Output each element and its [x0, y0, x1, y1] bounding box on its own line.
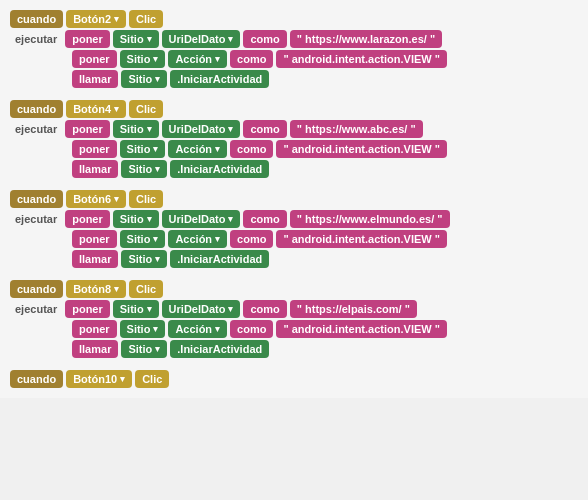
como-block-1b: como [230, 50, 273, 68]
boton4-block[interactable]: Botón4 [66, 100, 126, 118]
ejecutar-label-1: ejecutar [10, 30, 62, 48]
sitio-block-3b[interactable]: Sitio [120, 230, 166, 248]
boton10-block[interactable]: Botón10 [66, 370, 132, 388]
sitio-llamar-2[interactable]: Sitio [121, 160, 167, 178]
block-group-4: cuando Botón8 Clic ejecutar poner Sitio … [10, 280, 578, 358]
iniciar-block-1[interactable]: .IniciarActividad [170, 70, 269, 88]
action-string-2b[interactable]: " android.intent.action.VIEW " [276, 140, 447, 158]
llamar-row-3: llamar Sitio .IniciarActividad [72, 250, 578, 268]
poner-block-1b[interactable]: poner [72, 50, 117, 68]
iniciar-block-4[interactable]: .IniciarActividad [170, 340, 269, 358]
uridato-block-4a[interactable]: UriDelDato [162, 300, 241, 318]
poner-row-2b: poner Sitio Acción como " android.intent… [72, 140, 578, 158]
clic-block-5[interactable]: Clic [135, 370, 169, 388]
cuando-keyword-3[interactable]: cuando [10, 190, 63, 208]
accion-block-1b[interactable]: Acción [168, 50, 227, 68]
como-block-1a: como [243, 30, 286, 48]
poner-block-3a[interactable]: poner [65, 210, 110, 228]
llamar-row-4: llamar Sitio .IniciarActividad [72, 340, 578, 358]
ejecutar-row-1: ejecutar poner Sitio UriDelDato como " h… [10, 30, 578, 48]
uridato-block-3a[interactable]: UriDelDato [162, 210, 241, 228]
poner-row-1b: poner Sitio Acción como " android.intent… [72, 50, 578, 68]
cuando-keyword-1[interactable]: cuando [10, 10, 63, 28]
action-string-4b[interactable]: " android.intent.action.VIEW " [276, 320, 447, 338]
llamar-block-3[interactable]: llamar [72, 250, 118, 268]
iniciar-block-3[interactable]: .IniciarActividad [170, 250, 269, 268]
action-string-3b[interactable]: " android.intent.action.VIEW " [276, 230, 447, 248]
como-block-3b: como [230, 230, 273, 248]
ejecutar-row-3: ejecutar poner Sitio UriDelDato como " h… [10, 210, 578, 228]
boton2-block[interactable]: Botón2 [66, 10, 126, 28]
sitio-block-1a[interactable]: Sitio [113, 30, 159, 48]
clic-block-2[interactable]: Clic [129, 100, 163, 118]
sitio-block-2b[interactable]: Sitio [120, 140, 166, 158]
clic-block-4[interactable]: Clic [129, 280, 163, 298]
clic-block-1[interactable]: Clic [129, 10, 163, 28]
accion-block-2b[interactable]: Acción [168, 140, 227, 158]
block-group-1: cuando Botón2 Clic ejecutar poner Sitio … [10, 10, 578, 88]
uridato-block-1a[interactable]: UriDelDato [162, 30, 241, 48]
cuando-keyword-5[interactable]: cuando [10, 370, 63, 388]
poner-block-2a[interactable]: poner [65, 120, 110, 138]
sitio-block-4a[interactable]: Sitio [113, 300, 159, 318]
poner-block-3b[interactable]: poner [72, 230, 117, 248]
ejecutar-row-4: ejecutar poner Sitio UriDelDato como " h… [10, 300, 578, 318]
block-group-5-partial: cuando Botón10 Clic [10, 370, 578, 388]
action-string-1b[interactable]: " android.intent.action.VIEW " [276, 50, 447, 68]
block-group-3: cuando Botón6 Clic ejecutar poner Sitio … [10, 190, 578, 268]
url-string-4a[interactable]: " https://elpais.com/ " [290, 300, 417, 318]
sitio-llamar-4[interactable]: Sitio [121, 340, 167, 358]
poner-row-3b: poner Sitio Acción como " android.intent… [72, 230, 578, 248]
sitio-llamar-3[interactable]: Sitio [121, 250, 167, 268]
cuando-keyword-2[interactable]: cuando [10, 100, 63, 118]
poner-block-2b[interactable]: poner [72, 140, 117, 158]
url-string-3a[interactable]: " https://www.elmundo.es/ " [290, 210, 450, 228]
sitio-block-4b[interactable]: Sitio [120, 320, 166, 338]
llamar-block-2[interactable]: llamar [72, 160, 118, 178]
como-block-4a: como [243, 300, 286, 318]
main-canvas: cuando Botón2 Clic ejecutar poner Sitio … [0, 0, 588, 398]
boton6-block[interactable]: Botón6 [66, 190, 126, 208]
url-string-2a[interactable]: " https://www.abc.es/ " [290, 120, 423, 138]
sitio-block-1b[interactable]: Sitio [120, 50, 166, 68]
poner-block-1a[interactable]: poner [65, 30, 110, 48]
url-string-1a[interactable]: " https://www.larazon.es/ " [290, 30, 442, 48]
ejecutar-row-2: ejecutar poner Sitio UriDelDato como " h… [10, 120, 578, 138]
como-block-3a: como [243, 210, 286, 228]
como-block-4b: como [230, 320, 273, 338]
trigger-row-1: cuando Botón2 Clic [10, 10, 578, 28]
como-block-2b: como [230, 140, 273, 158]
clic-block-3[interactable]: Clic [129, 190, 163, 208]
uridato-block-2a[interactable]: UriDelDato [162, 120, 241, 138]
accion-block-4b[interactable]: Acción [168, 320, 227, 338]
iniciar-block-2[interactable]: .IniciarActividad [170, 160, 269, 178]
llamar-block-4[interactable]: llamar [72, 340, 118, 358]
cuando-keyword-4[interactable]: cuando [10, 280, 63, 298]
como-block-2a: como [243, 120, 286, 138]
ejecutar-label-2: ejecutar [10, 120, 62, 138]
llamar-row-1: llamar Sitio .IniciarActividad [72, 70, 578, 88]
sitio-block-3a[interactable]: Sitio [113, 210, 159, 228]
poner-row-4b: poner Sitio Acción como " android.intent… [72, 320, 578, 338]
trigger-row-2: cuando Botón4 Clic [10, 100, 578, 118]
llamar-row-2: llamar Sitio .IniciarActividad [72, 160, 578, 178]
block-group-2: cuando Botón4 Clic ejecutar poner Sitio … [10, 100, 578, 178]
sitio-llamar-1[interactable]: Sitio [121, 70, 167, 88]
sitio-block-2a[interactable]: Sitio [113, 120, 159, 138]
poner-block-4b[interactable]: poner [72, 320, 117, 338]
trigger-row-5: cuando Botón10 Clic [10, 370, 578, 388]
ejecutar-label-3: ejecutar [10, 210, 62, 228]
llamar-block-1[interactable]: llamar [72, 70, 118, 88]
trigger-row-4: cuando Botón8 Clic [10, 280, 578, 298]
accion-block-3b[interactable]: Acción [168, 230, 227, 248]
trigger-row-3: cuando Botón6 Clic [10, 190, 578, 208]
boton8-block[interactable]: Botón8 [66, 280, 126, 298]
ejecutar-label-4: ejecutar [10, 300, 62, 318]
poner-block-4a[interactable]: poner [65, 300, 110, 318]
